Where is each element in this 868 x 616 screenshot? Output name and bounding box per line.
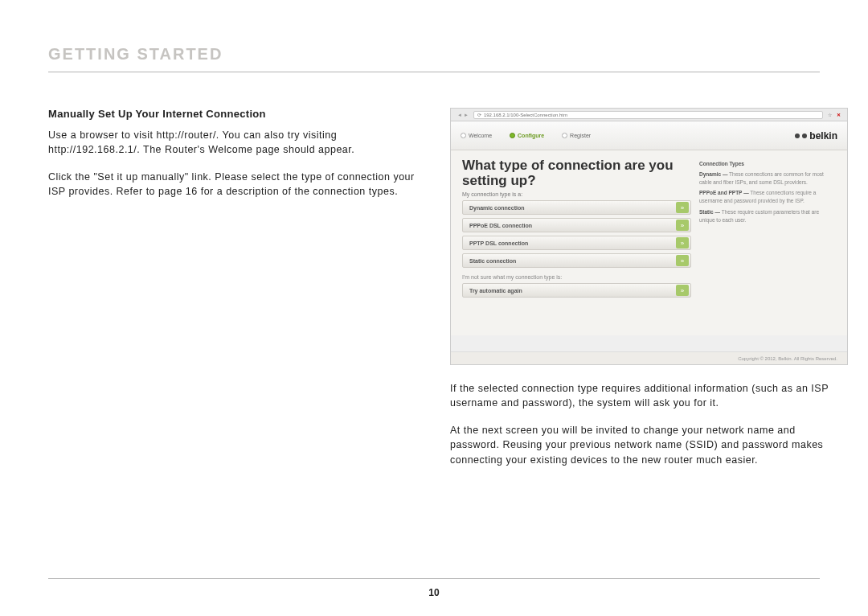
brand-logo: belkin (795, 130, 837, 142)
option-pptp: PPTP DSL connection» (462, 236, 691, 250)
screenshot-heading: What type of connection are you setting … (462, 158, 691, 188)
unsure-label: I'm not sure what my connection type is: (462, 274, 691, 280)
chapter-heading: GETTING STARTED (48, 45, 820, 72)
screenshot-footer: Copyright © 2012, Belkin. All Rights Res… (451, 351, 847, 364)
chevron-right-icon: » (676, 202, 689, 213)
option-pppoe: PPPoE DSL connection» (462, 218, 691, 232)
screenshot-sublabel: My connection type is a: (462, 191, 691, 197)
connection-types-sidebar: Connection Types Dynamic — These connect… (699, 158, 836, 331)
step-welcome: Welcome (461, 133, 492, 138)
reload-icon: ⟳ (477, 112, 481, 117)
paragraph-2: Click the "Set it up manually" link. Ple… (48, 170, 426, 199)
chevron-right-icon: » (676, 220, 689, 231)
option-dynamic: Dynamic connection» (462, 200, 691, 215)
page-number: 10 (0, 587, 868, 598)
section-subheading: Manually Set Up Your Internet Connection (48, 108, 426, 120)
close-icon: ✕ (837, 112, 841, 117)
option-static: Static connection» (462, 253, 691, 268)
chevron-right-icon: » (676, 285, 689, 296)
browser-url-bar: ◄► ⟳ 192.168.2.1/100-SelectConnection.ht… (451, 109, 847, 121)
step-register: Register (562, 133, 591, 138)
paragraph-4: At the next screen you will be invited t… (450, 423, 848, 466)
chevron-right-icon: » (676, 237, 689, 248)
option-try-automatic: Try automatic again» (462, 283, 691, 298)
paragraph-1: Use a browser to visit http://router/. Y… (48, 128, 426, 157)
url-text: 192.168.2.1/100-SelectConnection.htm (484, 113, 567, 117)
paragraph-3: If the selected connection type requires… (450, 381, 848, 410)
wizard-header: Welcome Configure Register belkin (451, 121, 847, 150)
chevron-right-icon: » (676, 255, 689, 266)
right-column: ◄► ⟳ 192.168.2.1/100-SelectConnection.ht… (450, 108, 848, 480)
step-configure: Configure (510, 133, 544, 138)
embedded-screenshot: ◄► ⟳ 192.168.2.1/100-SelectConnection.ht… (450, 108, 848, 365)
footer-rule (48, 578, 820, 579)
bookmark-icon: ☆ (828, 112, 832, 117)
left-column: Manually Set Up Your Internet Connection… (48, 108, 426, 480)
